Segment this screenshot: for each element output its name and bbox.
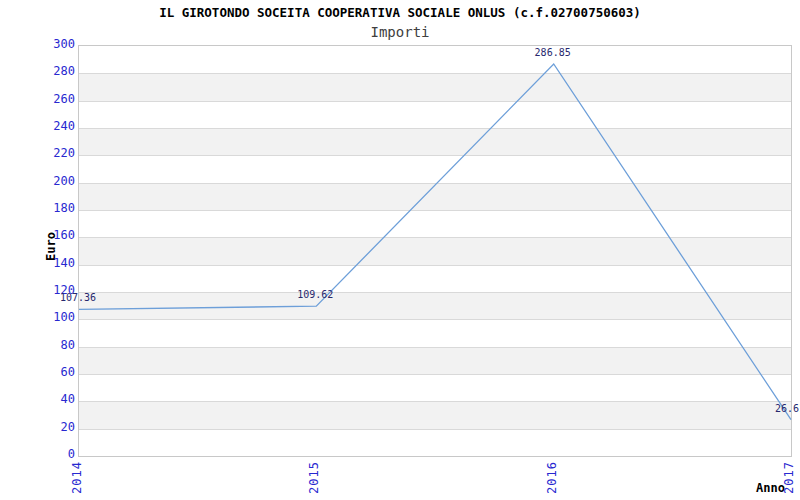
y-tick-label: 100 <box>33 311 75 324</box>
x-axis-title: Anno <box>756 481 785 495</box>
y-tick-label: 0 <box>33 448 75 461</box>
y-tick-label: 220 <box>33 147 75 160</box>
data-point-label: 26.61 <box>775 403 800 414</box>
x-tick-label: 2015 <box>307 461 321 494</box>
y-tick-label: 260 <box>33 93 75 106</box>
data-point-label: 286.85 <box>535 47 571 58</box>
y-tick-label: 280 <box>33 65 75 78</box>
y-tick-label: 140 <box>33 257 75 270</box>
x-tick-label: 2014 <box>70 461 84 494</box>
y-tick-label: 200 <box>33 175 75 188</box>
data-point-label: 107.36 <box>60 292 96 303</box>
x-tick-label: 2017 <box>782 461 796 494</box>
chart-subtitle: Importi <box>0 24 800 40</box>
importi-line <box>79 64 791 420</box>
x-tick-label: 2016 <box>545 461 559 494</box>
data-point-label: 109.62 <box>297 289 333 300</box>
y-tick-label: 300 <box>33 38 75 51</box>
plot-area <box>78 45 792 457</box>
line-series <box>79 46 791 456</box>
chart-page: IL GIROTONDO SOCEITA COOPERATIVA SOCIALE… <box>0 0 800 500</box>
y-tick-label: 60 <box>33 366 75 379</box>
y-tick-label: 240 <box>33 120 75 133</box>
y-tick-label: 80 <box>33 339 75 352</box>
y-tick-label: 20 <box>33 421 75 434</box>
y-tick-label: 160 <box>33 229 75 242</box>
y-tick-label: 180 <box>33 202 75 215</box>
y-tick-label: 40 <box>33 393 75 406</box>
chart-title: IL GIROTONDO SOCEITA COOPERATIVA SOCIALE… <box>0 5 800 20</box>
